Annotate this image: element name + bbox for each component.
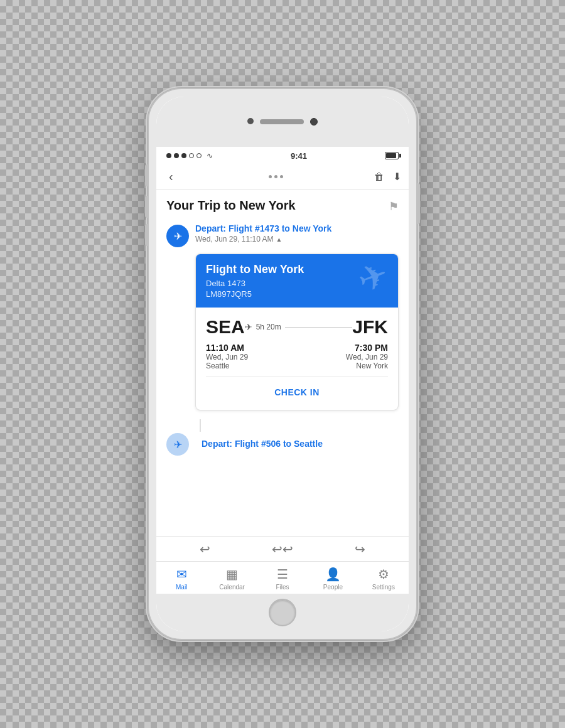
signal-dot-5 xyxy=(196,153,202,158)
arrival-date: Wed, Jun 29 xyxy=(297,353,388,361)
signal-area: ∿ xyxy=(166,151,213,160)
arrival-city: New York xyxy=(297,361,388,370)
route-middle: ✈ 5h 20m xyxy=(245,322,353,332)
ticket-divider xyxy=(206,377,388,377)
plane-icon-1: ✈ xyxy=(174,230,182,242)
arrival-time: 7:30 PM xyxy=(297,343,388,353)
flight-2-item: ✈ Depart: Flight #506 to Seattle xyxy=(166,432,399,459)
archive-button[interactable]: ⬇ xyxy=(393,171,401,183)
settings-label: Settings xyxy=(372,584,395,591)
content-area: Your Trip to New York ⚑ ✈ Depart: Flight… xyxy=(156,190,409,536)
status-bar: ∿ 9:41 xyxy=(156,147,409,164)
arrival-code: JFK xyxy=(352,316,388,338)
signal-dot-1 xyxy=(166,153,171,158)
ticket-watermark-plane: ✈ xyxy=(352,254,394,301)
route-plane-icon: ✈ xyxy=(245,322,252,332)
wifi-icon: ∿ xyxy=(207,151,213,160)
signal-dot-3 xyxy=(181,153,186,158)
tab-bar: ✉ Mail ▦ Calendar ☰ Files 👤 People ⚙ xyxy=(156,561,409,594)
trip-title: Your Trip to New York xyxy=(166,198,296,213)
ticket-confirmation: LM897JQR5 xyxy=(206,289,304,299)
ticket-body: SEA ✈ 5h 20m JFK 11:10 AM Wed, Jun xyxy=(196,308,398,410)
signal-dot-2 xyxy=(174,153,179,158)
flight-1-date: Wed, Jun 29, 11:10 AM ▲ xyxy=(195,235,399,244)
signal-dot-4 xyxy=(189,153,194,158)
route-line xyxy=(285,327,353,328)
ticket-airline: Delta 1473 xyxy=(206,279,304,288)
battery-area xyxy=(385,152,399,159)
nav-dots xyxy=(178,175,374,178)
mail-label: Mail xyxy=(176,584,187,591)
battery-fill xyxy=(386,153,396,158)
flight-2-icon: ✈ xyxy=(166,433,189,456)
action-bar: ↩ ↩↩ ↪ xyxy=(156,536,409,561)
ticket-title: Flight to New York xyxy=(206,263,304,276)
route-row: SEA ✈ 5h 20m JFK xyxy=(206,316,388,338)
check-in-button[interactable]: CHECK IN xyxy=(206,383,388,401)
flight-1-item: ✈ Depart: Flight #1473 to New York Wed, … xyxy=(166,223,399,247)
people-icon: 👤 xyxy=(325,567,341,582)
reply-button[interactable]: ↩ xyxy=(200,542,210,557)
calendar-label: Calendar xyxy=(219,584,245,591)
departure-code: SEA xyxy=(206,316,245,338)
tab-files[interactable]: ☰ Files xyxy=(257,567,308,591)
people-label: People xyxy=(323,584,343,591)
nav-bar: ‹ 🗑 ⬇ xyxy=(156,164,409,190)
times-row: 11:10 AM Wed, Jun 29 Seattle 7:30 PM Wed… xyxy=(206,343,388,370)
flight-1-link[interactable]: Depart: Flight #1473 to New York xyxy=(195,223,399,233)
calendar-icon: ▦ xyxy=(226,567,238,582)
flight-2-link[interactable]: Depart: Flight #506 to Seattle xyxy=(202,439,323,449)
screen: ∿ 9:41 ‹ 🗑 ⬇ xyxy=(156,147,409,594)
forward-button[interactable]: ↪ xyxy=(355,542,365,557)
flight-1-header: Depart: Flight #1473 to New York Wed, Ju… xyxy=(195,223,399,244)
tab-settings[interactable]: ⚙ Settings xyxy=(358,567,409,591)
tab-calendar[interactable]: ▦ Calendar xyxy=(207,567,257,591)
camera-dot xyxy=(247,118,254,124)
back-button[interactable]: ‹ xyxy=(164,169,178,184)
ticket-card: Flight to New York Delta 1473 LM897JQR5 … xyxy=(195,254,399,410)
plane-icon-2: ✈ xyxy=(174,439,182,451)
delete-button[interactable]: 🗑 xyxy=(374,171,384,183)
chevron-up-icon: ▲ xyxy=(276,236,282,243)
arrival-block: 7:30 PM Wed, Jun 29 New York xyxy=(297,343,388,370)
front-camera xyxy=(310,118,318,126)
flight-duration: 5h 20m xyxy=(256,323,281,331)
departure-date: Wed, Jun 29 xyxy=(206,353,297,361)
flag-icon: ⚑ xyxy=(389,200,399,213)
mail-icon: ✉ xyxy=(176,567,187,582)
reply-all-button[interactable]: ↩↩ xyxy=(272,542,293,557)
departure-time: 11:10 AM xyxy=(206,343,297,353)
connector-line xyxy=(200,419,201,432)
ticket-header: Flight to New York Delta 1473 LM897JQR5 … xyxy=(196,254,398,308)
nav-actions: 🗑 ⬇ xyxy=(374,171,401,183)
files-icon: ☰ xyxy=(277,567,288,582)
flight-1-icon: ✈ xyxy=(166,225,189,247)
tab-mail[interactable]: ✉ Mail xyxy=(156,567,207,591)
home-button[interactable] xyxy=(269,599,296,626)
settings-icon: ⚙ xyxy=(378,567,389,582)
phone-bottom xyxy=(156,594,409,631)
departure-city: Seattle xyxy=(206,361,297,370)
ticket-header-text: Flight to New York Delta 1473 LM897JQR5 xyxy=(206,263,304,299)
status-time: 9:41 xyxy=(291,151,307,161)
departure-block: 11:10 AM Wed, Jun 29 Seattle xyxy=(206,343,297,370)
tab-people[interactable]: 👤 People xyxy=(308,567,358,591)
battery-icon xyxy=(385,152,399,159)
files-label: Files xyxy=(276,584,289,591)
trip-header: Your Trip to New York ⚑ xyxy=(166,198,399,213)
speaker-grille xyxy=(260,119,304,124)
